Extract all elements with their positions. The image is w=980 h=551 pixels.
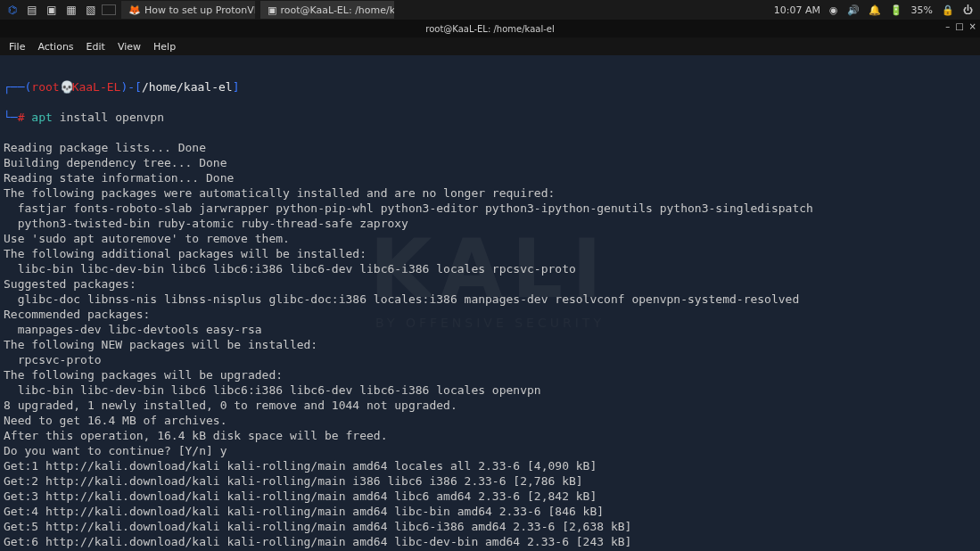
terminal-line: glibc-doc libnss-nis libnss-nisplus glib… [4, 292, 976, 307]
menu-file[interactable]: File [9, 41, 25, 53]
prompt-line-1: ┌──(root💀KaaL-EL)-[/home/kaal-el] [4, 79, 976, 95]
terminal-line: libc-bin libc-dev-bin libc6 libc6:i386 l… [4, 382, 976, 398]
terminal-line: Get:6 http://kali.download/kali kali-rol… [4, 534, 976, 549]
terminal-line: fastjar fonts-roboto-slab jarwrapper pyt… [4, 201, 976, 216]
terminal-output[interactable]: ┌──(root💀KaaL-EL)-[/home/kaal-el] └─# ap… [0, 55, 980, 551]
window-titlebar: root@KaaL-EL: /home/kaal-el – □ × [0, 20, 980, 37]
terminal-line: The following packages will be upgraded: [4, 367, 976, 382]
terminal-line: manpages-dev libc-devtools easy-rsa [4, 322, 976, 337]
menubar: File Actions Edit View Help [0, 37, 980, 55]
terminal-icon[interactable]: ▣ [43, 2, 61, 18]
terminal-line: Use 'sudo apt autoremove' to remove them… [4, 231, 976, 246]
lock-icon[interactable]: 🔒 [942, 4, 954, 16]
battery-icon[interactable]: 🔋 [890, 4, 902, 16]
taskbar: ⌬ ▤ ▣ ▦ ▧ 🦊 How to set up ProtonVP... ▣ … [0, 0, 980, 20]
taskbar-app-label: How to set up ProtonVP... [144, 4, 255, 16]
kali-menu-icon[interactable]: ⌬ [4, 2, 21, 18]
editor-icon[interactable]: ▧ [82, 2, 100, 18]
firefox-icon: 🦊 [128, 4, 141, 16]
window-title: root@KaaL-EL: /home/kaal-el [425, 24, 554, 34]
terminal-line: The following NEW packages will be insta… [4, 337, 976, 352]
taskbar-app-terminal[interactable]: ▣ root@KaaL-EL: /home/k... [260, 1, 394, 19]
volume-icon[interactable]: 🔊 [847, 4, 860, 16]
terminal-line: Recommended packages: [4, 307, 976, 322]
terminal-app-icon: ▣ [268, 4, 276, 16]
terminal-line: Reading package lists... Done [4, 140, 976, 155]
terminal-line: Do you want to continue? [Y/n] y [4, 443, 976, 458]
terminal-line: Get:5 http://kali.download/kali kali-rol… [4, 519, 976, 534]
browser-icon[interactable]: ▦ [62, 2, 80, 18]
terminal-line: Reading state information... Done [4, 170, 976, 185]
menu-edit[interactable]: Edit [86, 41, 105, 53]
terminal-line: python3-twisted-bin ruby-atomic ruby-thr… [4, 216, 976, 231]
terminal-line: Get:3 http://kali.download/kali kali-rol… [4, 489, 976, 504]
terminal-line: rpcsvc-proto [4, 352, 976, 367]
workspace-icon[interactable] [102, 4, 116, 15]
terminal-line: Building dependency tree... Done [4, 155, 976, 170]
taskbar-app-label: root@KaaL-EL: /home/k... [280, 4, 394, 16]
record-icon[interactable]: ◉ [829, 4, 838, 16]
menu-help[interactable]: Help [153, 41, 176, 53]
skull-icon: 💀 [60, 79, 72, 95]
menu-view[interactable]: View [118, 41, 141, 53]
terminal-line: After this operation, 16.4 kB disk space… [4, 428, 976, 443]
terminal-line: libc-bin libc-dev-bin libc6 libc6:i386 l… [4, 261, 976, 276]
terminal-line: Get:4 http://kali.download/kali kali-rol… [4, 504, 976, 519]
prompt-line-2: └─# apt install openvpn [4, 110, 976, 125]
battery-percent: 35% [911, 4, 933, 16]
terminal-line: Need to get 16.4 MB of archives. [4, 413, 976, 428]
power-icon[interactable]: ⏻ [963, 4, 973, 16]
close-button[interactable]: × [969, 21, 976, 31]
menu-actions[interactable]: Actions [37, 41, 73, 53]
files-icon[interactable]: ▤ [23, 2, 41, 18]
notification-icon[interactable]: 🔔 [869, 4, 881, 16]
terminal-line: Get:2 http://kali.download/kali kali-rol… [4, 473, 976, 489]
terminal-line: Get:1 http://kali.download/kali kali-rol… [4, 458, 976, 473]
terminal-line: The following additional packages will b… [4, 246, 976, 261]
clock[interactable]: 10:07 AM [774, 4, 820, 16]
maximize-button[interactable]: □ [955, 21, 963, 31]
minimize-button[interactable]: – [945, 21, 950, 31]
terminal-line: 8 upgraded, 1 newly installed, 0 to remo… [4, 398, 976, 413]
terminal-line: Suggested packages: [4, 276, 976, 292]
taskbar-app-firefox[interactable]: 🦊 How to set up ProtonVP... [121, 1, 255, 19]
terminal-line: The following packages were automaticall… [4, 185, 976, 201]
